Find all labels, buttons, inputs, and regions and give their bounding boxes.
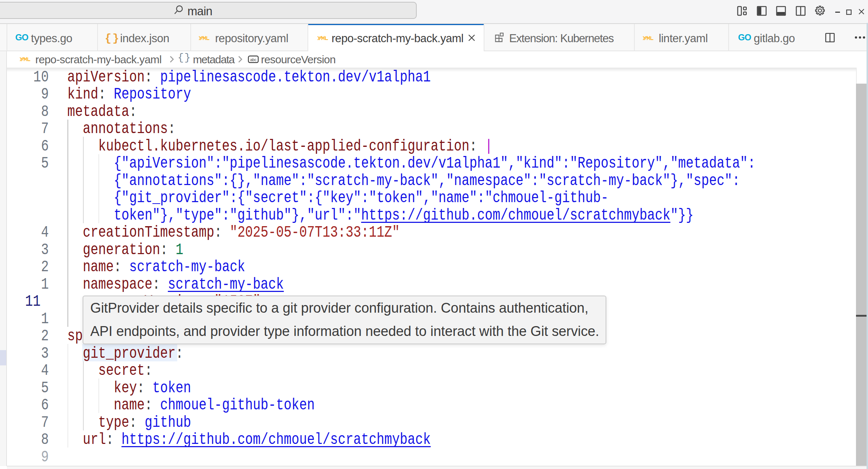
svg-text:abc: abc bbox=[250, 57, 257, 62]
